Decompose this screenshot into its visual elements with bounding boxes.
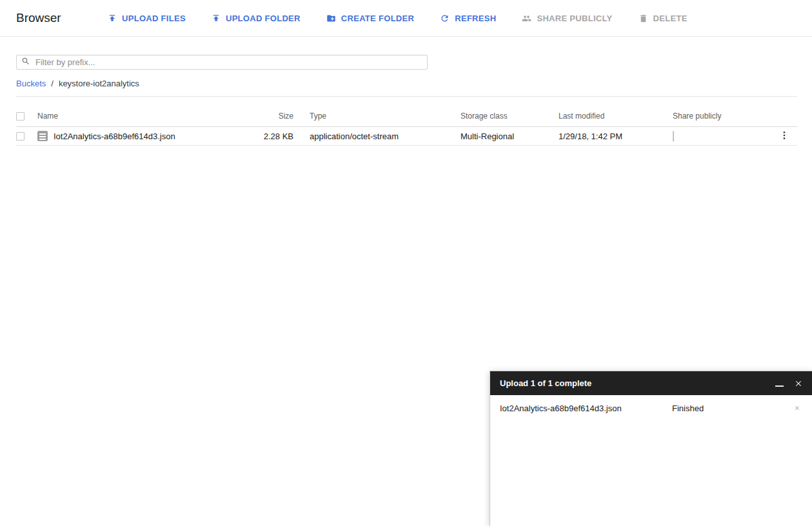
breadcrumb: Buckets / keystore-iot2analytics [16, 79, 812, 88]
breadcrumb-current-bucket: keystore-iot2analytics [59, 79, 139, 88]
page-title: Browser [16, 11, 108, 25]
column-header-share-publicly: Share publicly [673, 112, 757, 121]
upload-item-row: Iot2Analytics-a68b9ef614d3.json Finished [490, 397, 812, 419]
column-header-last-modified: Last modified [559, 112, 673, 121]
table-header-row: Name Size Type Storage class Last modifi… [16, 97, 797, 127]
table-row: Iot2Analytics-a68b9ef614d3.json 2.28 KB … [16, 127, 797, 146]
file-name-link[interactable]: Iot2Analytics-a68b9ef614d3.json [54, 132, 175, 141]
upload-files-button[interactable]: UPLOAD FILES [108, 14, 186, 23]
breadcrumb-separator: / [51, 79, 54, 88]
upload-dialog-header: Upload 1 of 1 complete [490, 371, 812, 395]
close-icon[interactable] [794, 379, 803, 388]
upload-icon [108, 14, 117, 23]
app-header: Browser UPLOAD FILES UPLOAD FOLDER CREAT… [0, 0, 812, 37]
file-type: application/octet-stream [310, 132, 460, 141]
filter-input[interactable] [35, 57, 427, 67]
upload-icon [212, 14, 221, 23]
refresh-button[interactable]: REFRESH [440, 14, 496, 23]
toolbar: UPLOAD FILES UPLOAD FOLDER CREATE FOLDER… [108, 14, 713, 23]
upload-folder-button[interactable]: UPLOAD FOLDER [212, 14, 301, 23]
file-size: 2.28 KB [250, 132, 310, 141]
file-icon [37, 131, 48, 141]
create-folder-icon [326, 14, 336, 23]
create-folder-label: CREATE FOLDER [341, 14, 414, 23]
column-header-type: Type [310, 112, 460, 121]
delete-button: DELETE [639, 14, 688, 23]
refresh-label: REFRESH [455, 14, 496, 23]
file-last-modified: 1/29/18, 1:42 PM [559, 132, 673, 141]
upload-item-status: Finished [672, 404, 794, 413]
column-header-name: Name [37, 112, 250, 121]
search-icon [21, 57, 30, 68]
upload-folder-label: UPLOAD FOLDER [226, 14, 301, 23]
breadcrumb-buckets-link[interactable]: Buckets [16, 79, 46, 88]
select-all-checkbox[interactable] [16, 112, 25, 121]
upload-files-label: UPLOAD FILES [122, 14, 186, 23]
filter-box [16, 55, 428, 70]
delete-label: DELETE [653, 14, 688, 23]
refresh-icon [440, 14, 450, 23]
share-publicly-checkbox[interactable] [673, 131, 674, 142]
dismiss-upload-item-icon[interactable] [794, 405, 800, 411]
delete-icon [639, 14, 648, 23]
minimize-icon[interactable] [775, 385, 784, 387]
group-icon [522, 14, 531, 23]
main-content: Buckets / keystore-iot2analytics Name Si… [16, 55, 812, 146]
share-publicly-label: SHARE PUBLICLY [537, 14, 612, 23]
file-storage-class: Multi-Regional [460, 132, 559, 141]
share-publicly-button: SHARE PUBLICLY [522, 14, 612, 23]
upload-item-name: Iot2Analytics-a68b9ef614d3.json [500, 404, 672, 413]
upload-dialog-title: Upload 1 of 1 complete [500, 378, 775, 388]
column-header-size: Size [250, 112, 310, 121]
upload-status-dialog: Upload 1 of 1 complete Iot2Analytics-a68… [490, 371, 812, 526]
row-checkbox[interactable] [16, 132, 25, 141]
column-header-storage-class: Storage class [460, 112, 559, 121]
objects-table: Name Size Type Storage class Last modifi… [16, 97, 797, 146]
row-overflow-menu-icon[interactable] [779, 130, 789, 142]
create-folder-button[interactable]: CREATE FOLDER [326, 14, 414, 23]
